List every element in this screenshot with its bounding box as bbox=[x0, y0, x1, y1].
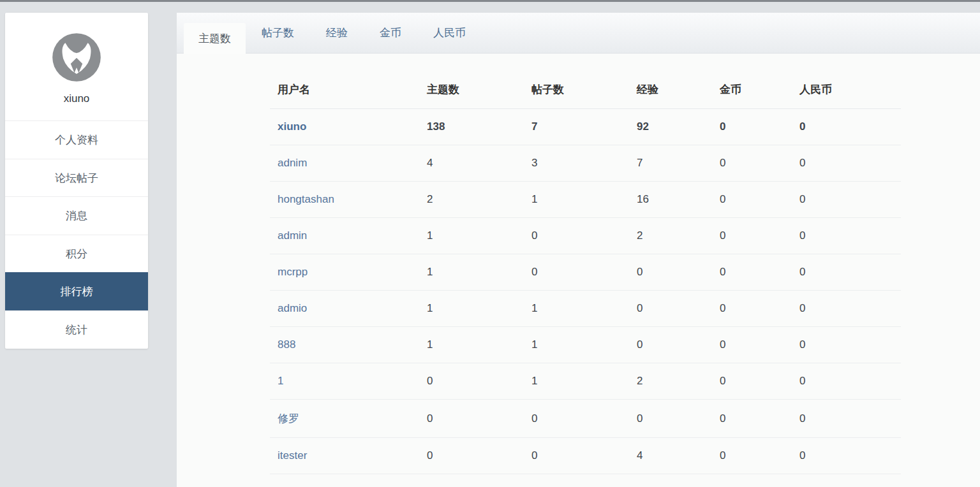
cell-gold: 0 bbox=[720, 109, 799, 145]
ranking-content: 用户名 主题数 帖子数 经验 金币 人民币 xiuno 138 7 92 0 0 bbox=[177, 54, 980, 474]
cell-topics: 1 bbox=[427, 254, 531, 291]
sidebar-item-ranking[interactable]: 排行榜 bbox=[5, 272, 148, 310]
sidebar-item-profile[interactable]: 个人资料 bbox=[5, 120, 148, 159]
sidebar-item-statistics[interactable]: 统计 bbox=[5, 310, 148, 349]
username-link[interactable]: admin bbox=[278, 229, 307, 242]
cell-posts: 1 bbox=[531, 363, 637, 400]
sidebar-item-forum-posts[interactable]: 论坛帖子 bbox=[5, 159, 148, 197]
cell-rmb: 0 bbox=[799, 145, 901, 182]
username-link[interactable]: mcrpp bbox=[278, 266, 308, 278]
cell-rmb: 0 bbox=[799, 254, 901, 291]
tab-posts[interactable]: 帖子数 bbox=[246, 13, 310, 53]
cell-experience: 2 bbox=[637, 363, 720, 400]
table-row: admin 1 0 2 0 0 bbox=[270, 218, 901, 254]
cell-topics: 0 bbox=[427, 400, 531, 438]
cell-topics: 138 bbox=[427, 109, 531, 145]
cell-gold: 0 bbox=[720, 438, 799, 474]
cell-experience: 16 bbox=[637, 182, 720, 218]
sidebar-username: xiuno bbox=[5, 92, 148, 105]
cell-topics: 0 bbox=[427, 363, 531, 400]
col-header-topics: 主题数 bbox=[427, 71, 531, 109]
table-row: xiuno 138 7 92 0 0 bbox=[270, 109, 901, 145]
user-avatar-xiuno-bull-icon bbox=[50, 31, 103, 84]
col-header-experience: 经验 bbox=[637, 71, 720, 109]
cell-rmb: 0 bbox=[799, 218, 901, 254]
cell-rmb: 0 bbox=[799, 182, 901, 218]
col-header-gold: 金币 bbox=[720, 71, 799, 109]
cell-rmb: 0 bbox=[799, 327, 901, 363]
cell-gold: 0 bbox=[720, 327, 799, 363]
cell-gold: 0 bbox=[720, 145, 799, 182]
tab-gold[interactable]: 金币 bbox=[364, 13, 417, 53]
tab-topics[interactable]: 主题数 bbox=[184, 23, 246, 54]
cell-gold: 0 bbox=[720, 218, 799, 254]
table-row: itester 0 0 4 0 0 bbox=[270, 438, 901, 474]
cell-posts: 0 bbox=[531, 218, 637, 254]
cell-rmb: 0 bbox=[799, 291, 901, 327]
username-link[interactable]: 1 bbox=[278, 375, 283, 387]
cell-gold: 0 bbox=[720, 363, 799, 400]
sidebar-item-credits[interactable]: 积分 bbox=[5, 235, 148, 273]
cell-experience: 92 bbox=[637, 109, 720, 145]
cell-topics: 1 bbox=[427, 327, 531, 363]
sidebar-menu: 个人资料 论坛帖子 消息 积分 排行榜 统计 bbox=[5, 120, 148, 349]
ranking-tabbar: 主题数 帖子数 经验 金币 人民币 bbox=[177, 13, 980, 54]
cell-rmb: 0 bbox=[799, 109, 901, 145]
cell-rmb: 0 bbox=[799, 438, 901, 474]
table-row: mcrpp 1 0 0 0 0 bbox=[270, 254, 901, 291]
cell-gold: 0 bbox=[720, 291, 799, 327]
table-row: 修罗 0 0 0 0 0 bbox=[270, 400, 901, 438]
username-link[interactable]: adnim bbox=[278, 157, 307, 169]
cell-experience: 7 bbox=[637, 145, 720, 182]
username-link[interactable]: itester bbox=[278, 449, 307, 462]
cell-experience: 2 bbox=[637, 218, 720, 254]
cell-posts: 1 bbox=[531, 182, 637, 218]
cell-posts: 1 bbox=[531, 291, 637, 327]
table-row: hongtashan 2 1 16 0 0 bbox=[270, 182, 901, 218]
cell-experience: 4 bbox=[637, 438, 720, 474]
col-header-rmb: 人民币 bbox=[799, 71, 901, 109]
table-row: 888 1 1 0 0 0 bbox=[270, 327, 901, 363]
table-header-row: 用户名 主题数 帖子数 经验 金币 人民币 bbox=[270, 71, 901, 109]
username-link[interactable]: 修罗 bbox=[278, 412, 299, 425]
username-link[interactable]: xiuno bbox=[278, 120, 306, 133]
cell-posts: 0 bbox=[531, 400, 637, 438]
cell-topics: 2 bbox=[427, 182, 531, 218]
col-header-username: 用户名 bbox=[270, 71, 427, 109]
user-sidebar: xiuno 个人资料 论坛帖子 消息 积分 排行榜 统计 bbox=[5, 13, 148, 349]
cell-rmb: 0 bbox=[799, 400, 901, 438]
cell-gold: 0 bbox=[720, 182, 799, 218]
col-header-posts: 帖子数 bbox=[531, 71, 637, 109]
top-border bbox=[0, 0, 980, 2]
main-panel: 主题数 帖子数 经验 金币 人民币 用户名 主题数 帖子数 经验 金币 人民币 bbox=[177, 13, 980, 487]
username-link[interactable]: admio bbox=[278, 302, 307, 314]
cell-topics: 1 bbox=[427, 291, 531, 327]
cell-rmb: 0 bbox=[799, 363, 901, 400]
cell-topics: 1 bbox=[427, 218, 531, 254]
table-row: admio 1 1 0 0 0 bbox=[270, 291, 901, 327]
username-link[interactable]: hongtashan bbox=[278, 193, 334, 205]
table-row: 1 0 1 2 0 0 bbox=[270, 363, 901, 400]
table-row: adnim 4 3 7 0 0 bbox=[270, 145, 901, 182]
tab-experience[interactable]: 经验 bbox=[310, 13, 364, 53]
ranking-table: 用户名 主题数 帖子数 经验 金币 人民币 xiuno 138 7 92 0 0 bbox=[270, 71, 901, 474]
cell-experience: 0 bbox=[637, 400, 720, 438]
cell-experience: 0 bbox=[637, 254, 720, 291]
profile-block: xiuno bbox=[5, 13, 148, 120]
cell-posts: 7 bbox=[531, 109, 637, 145]
cell-posts: 0 bbox=[531, 254, 637, 291]
cell-posts: 1 bbox=[531, 327, 637, 363]
cell-experience: 0 bbox=[637, 327, 720, 363]
cell-experience: 0 bbox=[637, 291, 720, 327]
cell-gold: 0 bbox=[720, 400, 799, 438]
cell-topics: 0 bbox=[427, 438, 531, 474]
sidebar-item-messages[interactable]: 消息 bbox=[5, 196, 148, 235]
cell-topics: 4 bbox=[427, 145, 531, 182]
cell-posts: 0 bbox=[531, 438, 637, 474]
cell-posts: 3 bbox=[531, 145, 637, 182]
username-link[interactable]: 888 bbox=[278, 338, 295, 351]
tab-rmb[interactable]: 人民币 bbox=[417, 13, 482, 53]
cell-gold: 0 bbox=[720, 254, 799, 291]
